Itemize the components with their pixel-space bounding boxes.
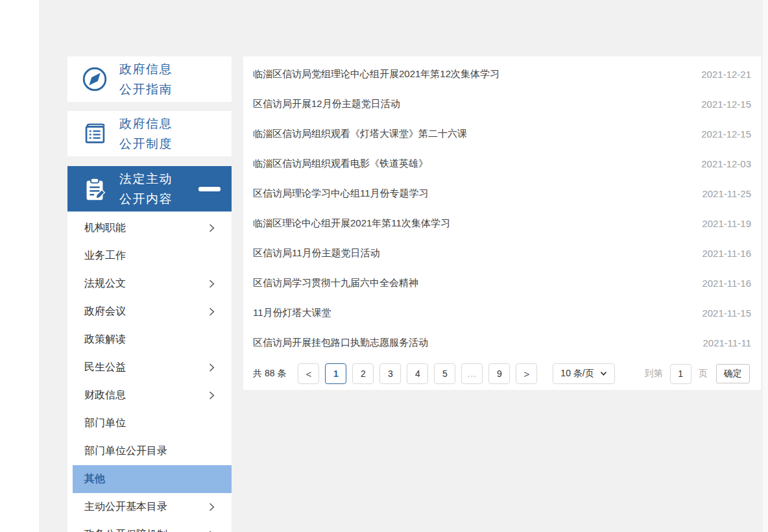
article-title-link[interactable]: 区信访局11月份主题党日活动	[253, 247, 380, 260]
pagination-pages: 12345...9	[319, 363, 510, 384]
pagination-page-button[interactable]: 1	[325, 363, 346, 384]
article-row: 区信访局11月份主题党日活动 2021-11-16	[253, 238, 751, 268]
pagination-bar: 共 88 条 < 12345...9 > 10 条/页 到第 页 确定	[253, 363, 751, 384]
chevron-right-icon	[209, 391, 215, 400]
pagination-page-button[interactable]: 9	[488, 363, 510, 384]
article-row: 区信访局理论学习中心组11月份专题学习 2021-11-25	[253, 178, 751, 208]
sidebar: 政府信息 公开指南 政府信息 公开制度	[67, 56, 232, 212]
compass-icon	[80, 64, 110, 94]
left-margin-strip	[0, 0, 39, 532]
pagination-page-button[interactable]: 4	[407, 363, 428, 384]
sidebar-menu-list: 机构职能 业务工作 法规公文 政府会议 政策解读	[67, 212, 232, 532]
article-row: 临淄区信访局组织观看电影《铁道英雄》 2021-12-03	[253, 149, 751, 178]
sidebar-card-guide[interactable]: 政府信息 公开指南	[67, 56, 232, 102]
sidebar-menu-item[interactable]: 其他	[73, 465, 232, 493]
article-title-link[interactable]: 临淄区信访局党组理论中心组开展2021年第12次集体学习	[253, 68, 499, 80]
pagination-page-button[interactable]: 3	[379, 363, 401, 384]
chevron-right-icon	[209, 307, 215, 317]
article-title-link[interactable]: 区信访局理论学习中心组11月份专题学习	[253, 187, 429, 200]
goto-page-label: 到第	[645, 368, 663, 380]
sidebar-menu-item[interactable]: 业务工作	[73, 242, 232, 270]
pagination-page-button[interactable]: ...	[461, 363, 483, 384]
article-row: 区信访局学习贯彻十九届六中全会精神 2021-11-16	[253, 268, 751, 298]
sidebar-card-legal-disclosure-label: 法定主动 公开内容	[119, 169, 173, 209]
page-size-select[interactable]: 10 条/页	[553, 363, 614, 384]
sidebar-menu-item[interactable]: 政务公开保障机制	[73, 521, 232, 532]
article-date: 2021-11-15	[702, 308, 751, 319]
pagination-total: 共 88 条	[253, 368, 286, 380]
article-list-panel: 临淄区信访局党组理论中心组开展2021年第12次集体学习 2021-12-21 …	[243, 56, 761, 390]
article-title-link[interactable]: 临淄区信访局组织观看电影《铁道英雄》	[253, 158, 428, 170]
goto-page-unit: 页	[699, 368, 708, 380]
sidebar-menu-item[interactable]: 部门单位	[73, 409, 232, 437]
goto-page-input[interactable]	[670, 364, 691, 384]
chevron-right-icon	[209, 223, 215, 233]
article-date: 2021-11-19	[702, 218, 751, 229]
article-row: 临淄区信访局组织观看《灯塔大课堂》第二十六课 2021-12-15	[253, 119, 751, 149]
active-card-dash	[198, 187, 221, 191]
article-title-link[interactable]: 11月份灯塔大课堂	[253, 307, 331, 319]
sidebar-menu-item[interactable]: 主动公开基本目录	[73, 493, 232, 521]
sidebar-menu-item[interactable]: 政策解读	[73, 326, 232, 354]
pagination-prev-button[interactable]: <	[298, 363, 319, 384]
sidebar-card-system[interactable]: 政府信息 公开制度	[67, 111, 232, 156]
article-date: 2021-12-03	[701, 158, 751, 169]
article-title-link[interactable]: 临淄区理论中心组开展2021年第11次集体学习	[253, 217, 450, 230]
chevron-right-icon	[209, 363, 215, 372]
article-date: 2021-11-16	[702, 278, 751, 289]
article-date: 2021-12-15	[701, 99, 751, 110]
article-date: 2021-11-16	[702, 248, 751, 259]
article-title-link[interactable]: 区信访局学习贯彻十九届六中全会精神	[253, 277, 418, 289]
article-date: 2021-11-25	[702, 188, 751, 199]
article-title-link[interactable]: 区信访局开展12月份主题党日活动	[253, 98, 400, 110]
sidebar-menu-item[interactable]: 财政信息	[73, 381, 232, 409]
sidebar-card-legal-disclosure[interactable]: 法定主动 公开内容	[67, 166, 232, 212]
article-title-link[interactable]: 区信访局开展挂包路口执勤志愿服务活动	[253, 337, 428, 349]
article-row: 临淄区信访局党组理论中心组开展2021年第12次集体学习 2021-12-21	[253, 59, 751, 89]
page-size-value: 10 条/页	[560, 368, 594, 380]
sidebar-card-guide-label: 政府信息 公开指南	[119, 59, 173, 99]
article-row: 临淄区理论中心组开展2021年第11次集体学习 2021-11-19	[253, 208, 751, 238]
chevron-right-icon	[209, 279, 215, 289]
article-date: 2021-12-21	[701, 69, 751, 80]
article-date: 2021-11-11	[702, 337, 751, 348]
chevron-right-icon	[209, 502, 215, 512]
chevron-down-icon	[600, 371, 607, 376]
article-row: 区信访局开展挂包路口执勤志愿服务活动 2021-11-11	[253, 328, 751, 357]
sidebar-menu-item[interactable]: 法规公文	[73, 270, 232, 298]
sidebar-card-system-label: 政府信息 公开制度	[119, 114, 173, 154]
article-date: 2021-12-15	[701, 128, 751, 139]
sidebar-menu-panel: 机构职能 业务工作 法规公文 政府会议 政策解读	[67, 212, 232, 532]
article-title-link[interactable]: 临淄区信访局组织观看《灯塔大课堂》第二十六课	[253, 128, 467, 140]
article-list: 临淄区信访局党组理论中心组开展2021年第12次集体学习 2021-12-21 …	[253, 59, 751, 357]
sidebar-menu-item[interactable]: 机构职能	[73, 214, 232, 242]
pagination-page-button[interactable]: 5	[434, 363, 455, 384]
right-margin-strip	[763, 0, 768, 532]
notebook-icon	[80, 119, 110, 149]
article-row: 区信访局开展12月份主题党日活动 2021-12-15	[253, 89, 751, 119]
article-row: 11月份灯塔大课堂 2021-11-15	[253, 298, 751, 328]
pagination-page-button[interactable]: 2	[352, 363, 374, 384]
confirm-button[interactable]: 确定	[716, 364, 750, 383]
clipboard-pen-icon	[80, 174, 110, 204]
pagination-next-button[interactable]: >	[516, 363, 537, 384]
sidebar-menu-item[interactable]: 民生公益	[73, 354, 232, 381]
sidebar-menu-item[interactable]: 政府会议	[73, 298, 232, 326]
sidebar-menu-item[interactable]: 部门单位公开目录	[73, 437, 232, 465]
